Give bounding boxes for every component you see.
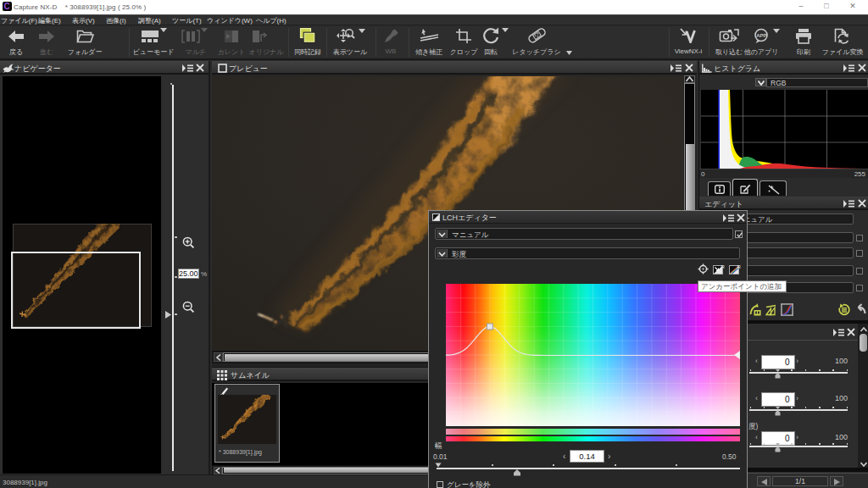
svg-text:R: R (721, 264, 726, 269)
svg-text:APP: APP (756, 33, 766, 38)
svg-text:R: R (737, 264, 742, 269)
